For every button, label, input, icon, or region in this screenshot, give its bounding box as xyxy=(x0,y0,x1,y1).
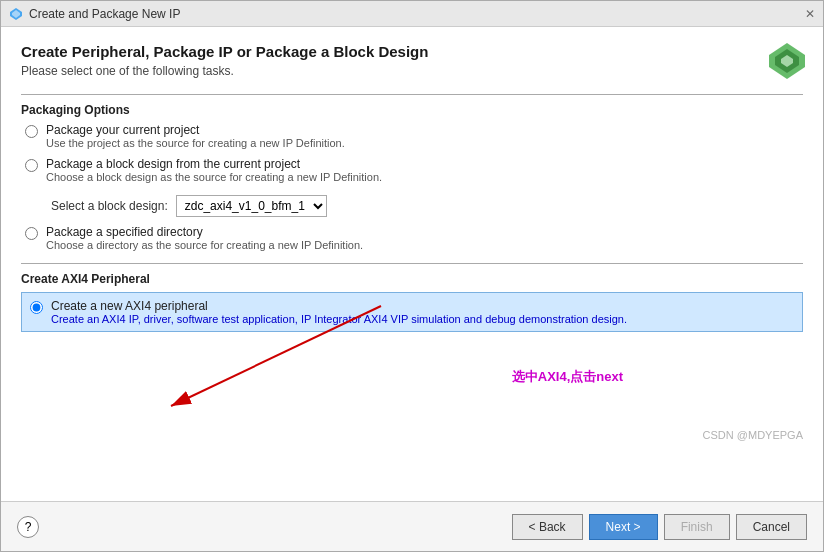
axi4-option-1-label[interactable]: Create a new AXI4 peripheral xyxy=(51,299,627,313)
cancel-button[interactable]: Cancel xyxy=(736,514,807,540)
finish-button[interactable]: Finish xyxy=(664,514,730,540)
block-design-select[interactable]: zdc_axi4_v1_0_bfm_1 xyxy=(176,195,327,217)
close-button[interactable]: ✕ xyxy=(805,7,815,21)
title-bar: Create and Package New IP ✕ xyxy=(1,1,823,27)
packaging-radio-2[interactable] xyxy=(25,159,38,172)
packaging-option-3: Package a specified directory Choose a d… xyxy=(25,225,803,251)
packaging-option-3-label[interactable]: Package a specified directory xyxy=(46,225,363,239)
axi4-selected-item: Create a new AXI4 peripheral Create an A… xyxy=(21,292,803,332)
packaging-radio-1[interactable] xyxy=(25,125,38,138)
window-title: Create and Package New IP xyxy=(29,7,180,21)
page-subtitle: Please select one of the following tasks… xyxy=(21,64,803,78)
main-window: Create and Package New IP ✕ Create Perip… xyxy=(0,0,824,552)
packaging-options-title: Packaging Options xyxy=(21,103,803,117)
axi4-option-1-sublabel: Create an AXI4 IP, driver, software test… xyxy=(51,313,627,325)
axi4-section-title: Create AXI4 Peripheral xyxy=(21,272,803,286)
app-icon xyxy=(9,7,23,21)
annotation-text: 选中AXI4,点击next xyxy=(512,368,623,386)
packaging-option-1-label[interactable]: Package your current project xyxy=(46,123,345,137)
packaging-radio-3[interactable] xyxy=(25,227,38,240)
packaging-option-2: Package a block design from the current … xyxy=(25,157,803,183)
footer-left: ? xyxy=(17,516,39,538)
packaging-option-3-sublabel: Choose a directory as the source for cre… xyxy=(46,239,363,251)
vivado-logo xyxy=(767,41,807,81)
page-title: Create Peripheral, Package IP or Package… xyxy=(21,43,803,60)
axi4-section: Create AXI4 Peripheral Create a new AXI4… xyxy=(21,263,803,332)
help-button[interactable]: ? xyxy=(17,516,39,538)
packaging-radio-group: Package your current project Use the pro… xyxy=(21,123,803,251)
footer: ? < Back Next > Finish Cancel xyxy=(1,501,823,551)
block-design-label: Select a block design: xyxy=(51,199,168,213)
packaging-option-1: Package your current project Use the pro… xyxy=(25,123,803,149)
main-content: Create Peripheral, Package IP or Package… xyxy=(1,27,823,501)
next-button[interactable]: Next > xyxy=(589,514,658,540)
packaging-option-2-sublabel: Choose a block design as the source for … xyxy=(46,171,382,183)
packaging-option-2-label[interactable]: Package a block design from the current … xyxy=(46,157,382,171)
watermark: CSDN @MDYEPGA xyxy=(703,429,803,441)
packaging-options-section: Packaging Options Package your current p… xyxy=(21,94,803,251)
axi4-radio-1[interactable] xyxy=(30,301,43,314)
footer-buttons: < Back Next > Finish Cancel xyxy=(512,514,807,540)
back-button[interactable]: < Back xyxy=(512,514,583,540)
block-design-row: Select a block design: zdc_axi4_v1_0_bfm… xyxy=(51,195,803,217)
packaging-option-1-sublabel: Use the project as the source for creati… xyxy=(46,137,345,149)
axi4-option-1: Create a new AXI4 peripheral Create an A… xyxy=(30,299,794,325)
title-bar-left: Create and Package New IP xyxy=(9,7,180,21)
